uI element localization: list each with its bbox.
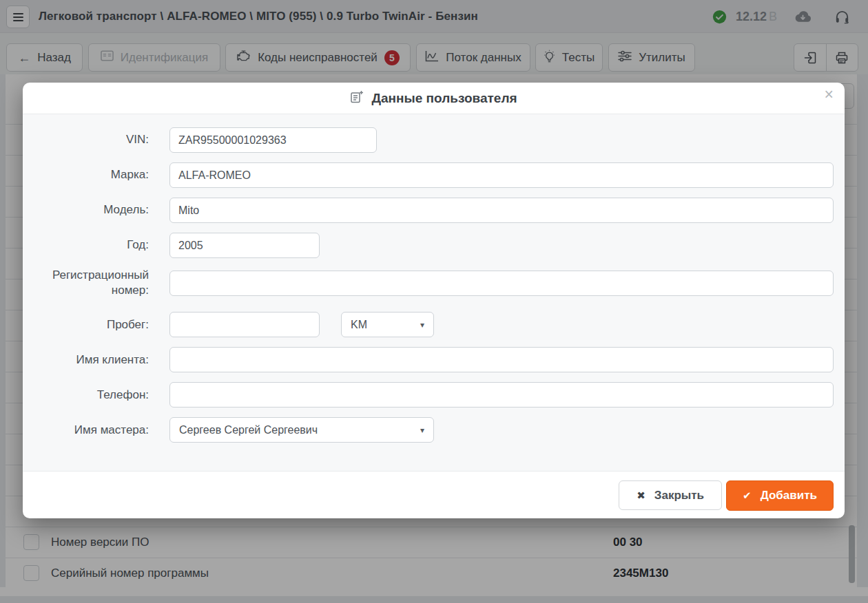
x-icon: ✖ [637,489,645,502]
phone-input[interactable] [169,382,834,408]
reg-number-label: Регистрационный номер: [34,268,149,298]
reg-number-input[interactable] [169,271,834,296]
mileage-label: Пробег: [34,317,149,332]
check-icon: ✔ [743,489,752,502]
phone-label: Телефон: [34,388,149,403]
add-button[interactable]: ✔ Добавить [726,480,834,511]
add-button-label: Добавить [761,489,817,502]
year-label: Год: [34,237,149,253]
year-input[interactable] [169,233,320,258]
master-name-label: Имя мастера: [34,423,149,438]
form-row-year: Год: [34,233,834,258]
close-button-label: Закрыть [654,489,704,502]
form-row-reg-number: Регистрационный номер: [34,268,834,298]
make-label: Марка: [34,167,149,182]
make-input[interactable] [169,162,834,188]
close-icon[interactable]: × [825,87,834,103]
document-plus-icon [350,90,364,107]
mileage-unit-dropdown[interactable]: KM ▾ [341,312,434,337]
model-label: Модель: [34,202,149,218]
user-data-modal: Данные пользователя × VIN: Марка: Модель… [23,83,845,518]
master-name-value: Сергеев Сергей Сергеевич [179,424,318,436]
client-name-label: Имя клиента: [34,352,149,368]
form-row-master-name: Имя мастера: Сергеев Сергей Сергеевич ▾ [34,417,834,443]
app-window: Легковой транспорт \ ALFA-ROMEO \ MITO (… [0,0,868,603]
mileage-input[interactable] [169,312,320,337]
modal-header: Данные пользователя × [23,83,845,114]
form-row-client-name: Имя клиента: [34,347,834,372]
form-row-make: Марка: [34,162,834,188]
modal-title: Данные пользователя [371,91,517,106]
form-row-phone: Телефон: [34,382,834,408]
form-row-vin: VIN: [34,127,834,153]
form-row-mileage: Пробег: KM ▾ [34,312,834,337]
vin-label: VIN: [34,132,149,147]
vin-input[interactable] [169,127,377,153]
modal-footer: ✖ Закрыть ✔ Добавить [23,472,845,517]
user-data-form: VIN: Марка: Модель: Год: Регистрационный… [23,114,845,472]
mileage-unit-value: KM [351,319,367,331]
close-modal-button[interactable]: ✖ Закрыть [619,480,722,510]
chevron-down-icon: ▾ [420,320,424,330]
model-input[interactable] [169,198,834,223]
client-name-input[interactable] [169,347,834,372]
form-row-model: Модель: [34,198,834,223]
master-name-dropdown[interactable]: Сергеев Сергей Сергеевич ▾ [169,417,434,443]
chevron-down-icon: ▾ [420,425,424,435]
